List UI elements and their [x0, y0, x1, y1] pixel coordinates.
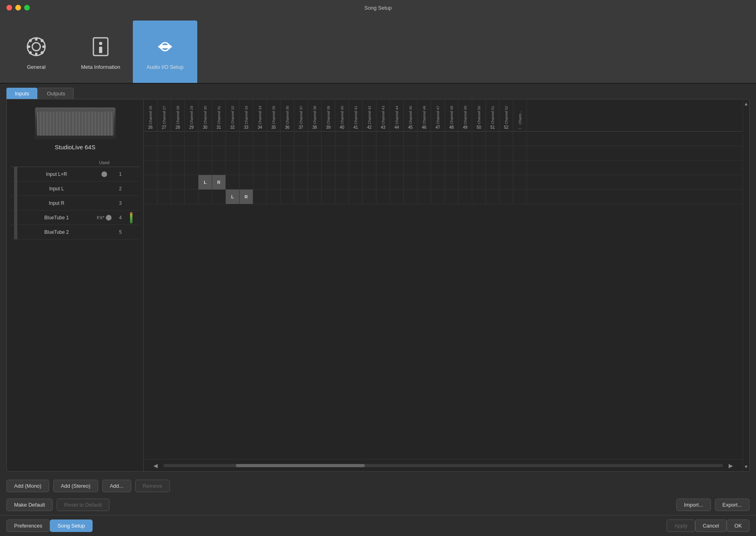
grid-cell[interactable] [445, 132, 459, 146]
grid-cell[interactable]: L [226, 190, 240, 204]
grid-cell[interactable] [500, 161, 513, 175]
grid-cell[interactable] [240, 161, 253, 175]
grid-cell[interactable] [281, 190, 294, 204]
grid-cell[interactable] [322, 132, 335, 146]
add-button[interactable]: Add... [102, 480, 131, 492]
grid-cell[interactable] [335, 132, 349, 146]
grid-cell[interactable] [322, 161, 335, 175]
grid-cell[interactable] [349, 190, 363, 204]
grid-cell[interactable] [349, 146, 363, 161]
grid-cell[interactable] [486, 161, 500, 175]
grid-cell[interactable] [376, 146, 390, 161]
grid-cell[interactable] [267, 190, 281, 204]
song-setup-button[interactable]: Song Setup [50, 520, 93, 532]
grid-cell[interactable] [253, 132, 267, 146]
grid-cell[interactable] [417, 161, 431, 175]
grid-cell[interactable] [445, 146, 459, 161]
grid-cell[interactable] [157, 161, 171, 175]
scroll-down-arrow[interactable]: ▼ [742, 462, 749, 471]
grid-cell[interactable] [335, 175, 349, 190]
grid-cell[interactable] [459, 132, 472, 146]
grid-cell[interactable] [349, 161, 363, 175]
grid-cell[interactable] [322, 175, 335, 190]
grid-cell[interactable] [322, 190, 335, 204]
grid-cell[interactable] [363, 175, 376, 190]
grid-cell[interactable] [445, 190, 459, 204]
grid-cell[interactable] [390, 132, 404, 146]
grid-cell[interactable] [472, 190, 486, 204]
grid-cell[interactable] [472, 132, 486, 146]
grid-cell[interactable] [267, 146, 281, 161]
grid-cell[interactable] [390, 190, 404, 204]
grid-cell[interactable] [459, 190, 472, 204]
grid-cell[interactable] [513, 190, 527, 204]
grid-cell[interactable] [267, 132, 281, 146]
minimize-button[interactable] [15, 5, 21, 10]
grid-cell[interactable] [294, 132, 308, 146]
grid-cell[interactable] [513, 161, 527, 175]
grid-cell[interactable] [363, 132, 376, 146]
grid-cell[interactable] [144, 132, 157, 146]
scroll-up-arrow[interactable]: ▲ [742, 99, 749, 108]
grid-cell[interactable]: R [240, 190, 253, 204]
grid-cell[interactable] [349, 132, 363, 146]
grid-cell[interactable] [486, 175, 500, 190]
grid-cell[interactable] [144, 190, 157, 204]
grid-cell[interactable] [349, 175, 363, 190]
grid-cell[interactable] [404, 132, 417, 146]
grid-cell[interactable] [171, 175, 185, 190]
grid-cell[interactable]: L [198, 175, 212, 190]
grid-cell[interactable] [486, 146, 500, 161]
grid-cell[interactable] [198, 132, 212, 146]
grid-cell[interactable] [417, 175, 431, 190]
grid-cell[interactable] [171, 161, 185, 175]
grid-cell[interactable] [404, 146, 417, 161]
grid-cell[interactable] [294, 190, 308, 204]
grid-cell[interactable] [500, 190, 513, 204]
grid-cell[interactable] [267, 175, 281, 190]
grid-cell[interactable] [171, 190, 185, 204]
grid-cell[interactable] [308, 161, 322, 175]
grid-cell[interactable] [198, 190, 212, 204]
tab-audio[interactable]: Audio I/O Setup [133, 21, 197, 83]
grid-cell[interactable] [472, 175, 486, 190]
grid-cell[interactable] [212, 161, 226, 175]
scroll-right-arrow[interactable]: ▶ [727, 461, 735, 470]
grid-cell[interactable] [417, 132, 431, 146]
grid-cell[interactable] [335, 146, 349, 161]
grid-cell[interactable] [404, 161, 417, 175]
scrollbar-track[interactable] [163, 464, 723, 467]
grid-cell[interactable] [513, 146, 527, 161]
grid-cell[interactable] [322, 146, 335, 161]
close-button[interactable] [6, 5, 12, 10]
grid-cell[interactable] [363, 146, 376, 161]
export-button[interactable]: Export... [715, 499, 750, 511]
grid-cell[interactable] [267, 161, 281, 175]
ok-button[interactable]: OK [727, 520, 750, 532]
make-default-button[interactable]: Make Default [6, 499, 53, 511]
grid-cell[interactable] [431, 132, 445, 146]
grid-cell[interactable] [240, 146, 253, 161]
grid-cell[interactable] [253, 190, 267, 204]
grid-cell[interactable] [212, 190, 226, 204]
grid-cell[interactable] [363, 190, 376, 204]
grid-cell[interactable] [513, 175, 527, 190]
grid-cell[interactable] [459, 161, 472, 175]
grid-cell[interactable] [472, 161, 486, 175]
grid-cell[interactable] [281, 132, 294, 146]
grid-cell[interactable] [500, 132, 513, 146]
apply-button[interactable]: Apply [667, 520, 695, 532]
grid-cell[interactable] [226, 146, 240, 161]
grid-cell[interactable] [500, 175, 513, 190]
grid-cell[interactable] [185, 161, 198, 175]
scrollbar-thumb[interactable] [236, 464, 365, 467]
grid-cell[interactable] [157, 146, 171, 161]
maximize-button[interactable] [24, 5, 30, 10]
add-stereo-button[interactable]: Add (Stereo) [53, 480, 98, 492]
grid-cell[interactable] [445, 175, 459, 190]
grid-cell[interactable] [500, 146, 513, 161]
preferences-button[interactable]: Preferences [6, 520, 50, 532]
grid-cell[interactable] [212, 132, 226, 146]
grid-cell[interactable] [513, 132, 527, 146]
grid-cell[interactable] [376, 190, 390, 204]
